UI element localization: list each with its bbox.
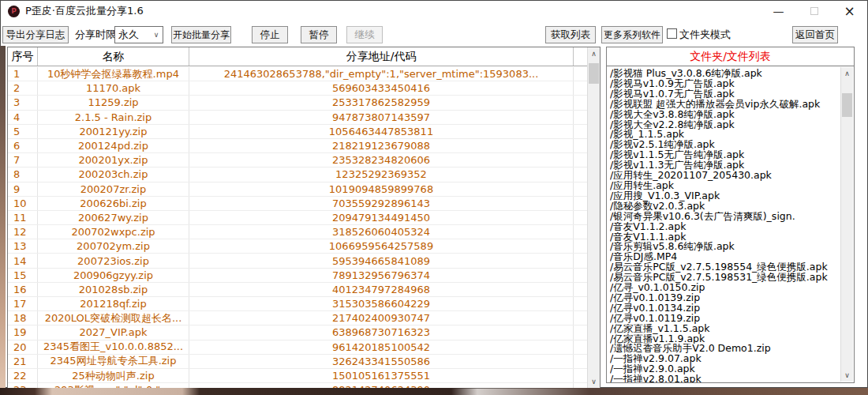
- column-header-name[interactable]: 名称: [38, 47, 189, 66]
- file-list-item[interactable]: /易云音乐PC版_v2.7.5.198554_绿色便携版.apk: [610, 262, 839, 273]
- row-index-cell: 20: [8, 340, 38, 354]
- table-row[interactable]: 212345网址导航专杀工具.zip326243341550586: [8, 355, 587, 369]
- row-share-code-cell: 150105161375551: [189, 369, 574, 382]
- back-home-button[interactable]: 返回首页: [792, 26, 838, 43]
- row-index-cell: 6: [8, 139, 38, 152]
- file-list-item[interactable]: /音友V1.1.1.apk: [610, 232, 839, 243]
- row-share-code-cell: 703559292896143: [189, 197, 574, 210]
- file-list: /影视猫 Plus_v3.0.8.6纯净版.apk/影视马v1.0.9无广告版.…: [607, 67, 839, 382]
- row-index-cell: 16: [8, 283, 38, 296]
- row-share-code-cell: 235328234820606: [189, 153, 574, 167]
- file-list-item[interactable]: /影视_1.1.5.apk: [610, 130, 839, 140]
- file-list-item[interactable]: /一指禅v2.9.07.apk: [610, 354, 839, 364]
- file-list-item[interactable]: /应用转生.apk: [610, 181, 839, 191]
- column-header-index[interactable]: 序号: [8, 47, 38, 66]
- start-batch-share-button[interactable]: 开始批量分享: [171, 26, 231, 43]
- file-list-item[interactable]: /应用搜_V1.0.3_VIP.apk: [610, 191, 839, 201]
- minimize-button[interactable]: —: [761, 1, 796, 21]
- file-list-item[interactable]: /音乐剪辑v5.8.6纯净版.apk: [610, 242, 839, 252]
- row-name-cell: 200702wxpc.zip: [38, 225, 189, 239]
- row-index-cell: 5: [8, 125, 38, 138]
- file-list-item[interactable]: /影视v1.1.5无广告纯净版.apk: [610, 150, 839, 160]
- table-row[interactable]: 311259.zip253317862582959: [8, 96, 587, 110]
- scroll-down-icon[interactable]: ∨: [588, 375, 600, 388]
- table-row[interactable]: 12200702wxpc.zip318526060405324: [8, 225, 587, 239]
- file-list-item[interactable]: /亿寻_v0.1.0150.zip: [610, 283, 839, 293]
- table-row[interactable]: 13200702ym.zip1066959564257589: [8, 239, 587, 254]
- file-list-item[interactable]: /一指禅v2.9.0.apk: [610, 364, 839, 374]
- file-list-item[interactable]: /影视v2.5.1纯净版.apk: [610, 140, 839, 150]
- file-panel: 文件夹/文件列表 /影视猫 Plus_v3.0.8.6纯净版.apk/影视马v1…: [606, 47, 855, 383]
- stop-button[interactable]: 停止: [252, 26, 288, 43]
- row-name-cell: 25种动物叫声.zip: [38, 369, 189, 382]
- column-header-share-code[interactable]: 分享地址/代码: [189, 47, 574, 66]
- close-button[interactable]: ×: [832, 1, 867, 21]
- file-list-item[interactable]: /易云音乐PC版_v2.7.5.198531_绿色便携版.apk: [610, 273, 839, 283]
- table-row[interactable]: 10200626bi.zip703559292896143: [8, 197, 587, 211]
- file-list-scrollbar[interactable]: ∧ ∨: [840, 67, 853, 382]
- file-list-item[interactable]: /亿家直播_v1.1.5.apk: [610, 324, 839, 334]
- file-list-item[interactable]: /影视猫 Plus_v3.0.8.6纯净版.apk: [610, 69, 839, 79]
- file-list-item[interactable]: /应用转生_20201107_205430.apk: [610, 171, 839, 181]
- row-index-cell: 22: [8, 369, 38, 382]
- table-row[interactable]: 5200121yy.zip1056463447853811: [8, 125, 587, 139]
- folder-mode-label: 文件夹模式: [679, 28, 731, 42]
- scroll-up-icon[interactable]: ∧: [588, 47, 600, 60]
- table-row[interactable]: 8200203ch.zip12325292369352: [8, 167, 587, 182]
- row-index-cell: 17: [8, 297, 38, 310]
- more-software-button[interactable]: 更多系列软件: [601, 26, 663, 43]
- row-name-cell: 2027_VIP.apk: [38, 325, 189, 339]
- file-list-item[interactable]: /影视马v1.0.9无广告版.apk: [610, 79, 839, 89]
- table-row[interactable]: 42.1.5 - Rain.zip947873807143597: [8, 111, 587, 125]
- scroll-down-icon[interactable]: ∨: [841, 369, 853, 382]
- row-name-cell: 200207zr.zip: [38, 182, 189, 196]
- row-share-code-cell: 209479134491450: [189, 211, 574, 224]
- get-list-button[interactable]: 获取列表: [545, 26, 596, 43]
- resume-button[interactable]: 继续: [346, 26, 383, 43]
- export-log-button[interactable]: 导出分享日志: [2, 26, 69, 43]
- row-name-cell: 200201yx.zip: [38, 153, 189, 167]
- maximize-button[interactable]: [796, 1, 832, 21]
- table-row[interactable]: 9200207zr.zip1019094859899768: [8, 182, 587, 197]
- row-share-code-cell: 1056463447853811: [189, 125, 574, 138]
- file-list-item[interactable]: /影视v1.1.3无广告纯净版.apk: [610, 160, 839, 171]
- file-list-item[interactable]: /亿寻v0.1.0119.zip: [610, 314, 839, 324]
- table-row[interactable]: 182020LOL突破检测取超长名...217402400930747: [8, 311, 587, 325]
- table-row[interactable]: 202345看图王_v10.0.0.8852...961420185100542: [8, 340, 587, 355]
- table-row[interactable]: 2225种动物叫声.zip150105161375551: [8, 369, 587, 383]
- folder-mode-checkbox[interactable]: [667, 28, 677, 39]
- table-row[interactable]: 6200124pd.zip218219123679088: [8, 139, 587, 153]
- file-list-item[interactable]: /影视马v1.0.7无广告版.apk: [610, 89, 839, 100]
- table-scrollbar-thumb[interactable]: [589, 63, 599, 84]
- row-share-code-cell: 638968730716323: [189, 325, 574, 339]
- table-row[interactable]: 14200723ios.zip595394665841089: [8, 254, 587, 268]
- table-row[interactable]: 7200201yx.zip235328234820606: [8, 153, 587, 167]
- file-list-item[interactable]: /亿寻v0.1.0139.zip: [610, 293, 839, 303]
- share-time-value: 永久: [115, 28, 150, 42]
- file-list-item[interactable]: /影视大全v2.2.8纯净版.apk: [610, 120, 839, 130]
- file-list-item[interactable]: /亿寻v0.1.0134.zip: [610, 303, 839, 314]
- file-list-item[interactable]: /隐秘参数v2.0.3.apk: [610, 201, 839, 212]
- file-list-item[interactable]: /银河奇异果v10.6.3(去广告清爽版)_sign.: [610, 212, 839, 222]
- file-list-item[interactable]: /音友V1.1.2.apk: [610, 222, 839, 232]
- row-index-cell: 2: [8, 81, 38, 95]
- scroll-up-icon[interactable]: ∧: [841, 67, 853, 80]
- file-list-item[interactable]: /影视联盟 超强大的播放器会员vip永久破解.apk: [610, 100, 839, 110]
- file-list-item[interactable]: /音乐DJ感.MP4: [610, 252, 839, 262]
- table-row[interactable]: 17201218qf.zip315303586604229: [8, 297, 587, 311]
- row-index-cell: 9: [8, 182, 38, 196]
- table-scrollbar[interactable]: ∧ ∨: [587, 47, 600, 388]
- file-list-item[interactable]: /遗憾迟香音乐助手V2.0 Demo1.zip: [610, 344, 839, 354]
- file-list-item[interactable]: /一指禅v2.8.01.apk: [610, 374, 839, 382]
- share-time-select[interactable]: 永久 ∨: [114, 26, 163, 43]
- table-row[interactable]: 110秒钟学会抠绿幕教程.mp4241463028653788,"dir_emp…: [8, 67, 587, 81]
- table-row[interactable]: 16201028sb.zip401234797284968: [8, 283, 587, 297]
- table-row[interactable]: 11200627wy.zip209479134491450: [8, 211, 587, 225]
- table-row[interactable]: 192027_VIP.apk638968730716323: [8, 325, 587, 340]
- pause-button[interactable]: 暂停: [301, 26, 337, 43]
- table-row[interactable]: 211170.apk569603433450416: [8, 81, 587, 96]
- table-row[interactable]: 15200906gzyy.zip789132956796374: [8, 269, 587, 283]
- file-list-item[interactable]: /亿家直播v1.1.9.apk: [610, 334, 839, 344]
- file-list-item[interactable]: /影视大全v3.8.8纯净版.apk: [610, 110, 839, 120]
- file-list-scrollbar-thumb[interactable]: [842, 93, 852, 117]
